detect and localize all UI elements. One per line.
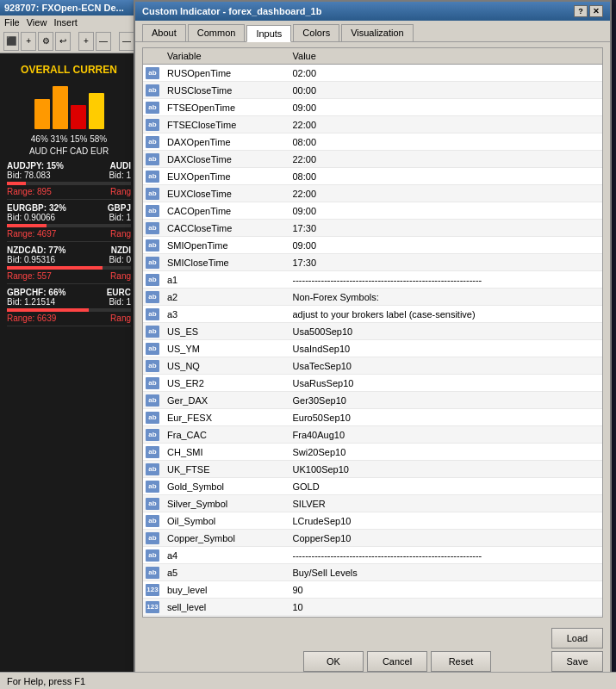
row-icon-cell: ab [143,340,162,357]
overall-currency-label: OVERALL CURREN [7,60,131,81]
inputs-table-container[interactable]: Variable Value abRUSOpenTime02:00abRUSCl… [142,47,603,618]
variable-type-icon: ab [146,222,159,234]
pair-eurgbp-bid-right: Bid: 1 [109,213,131,222]
tab-colors[interactable]: Colors [293,24,339,41]
pair-gbpchf-name: GBPCHF: 66% [7,288,65,297]
terminal-content: OVERALL CURREN 46% 31% 15% 58% AUD CHF C… [0,53,138,337]
toolbar-btn-6[interactable]: — [96,32,111,51]
load-button[interactable]: Load [551,628,603,649]
variable-value-cell[interactable]: UsaIndSep10 [288,340,603,357]
variable-value-cell[interactable]: 22:00 [288,116,603,133]
variable-value-cell[interactable]: ----------------------------------------… [288,547,603,564]
reset-button[interactable]: Reset [431,651,491,672]
variable-value-cell[interactable]: 22:00 [288,185,603,202]
variable-name-cell: a6 [162,616,288,618]
toolbar-btn-5[interactable]: + [78,32,94,51]
variable-value-cell[interactable]: 09:00 [288,202,603,220]
variable-value-cell[interactable]: Swi20Sep10 [288,444,603,461]
variable-name-cell: Fra_CAC [162,426,288,444]
table-row: abGer_DAXGer30Sep10 [143,392,602,409]
variable-type-icon: ab [146,119,159,131]
menu-file[interactable]: File [4,17,20,28]
variable-value-cell[interactable]: 08:00 [288,133,603,151]
variable-type-icon: ab [146,136,159,148]
variable-value-cell[interactable]: UK100Sep10 [288,461,603,478]
variable-value-cell[interactable]: Fra40Aug10 [288,426,603,444]
pair-nzdcad-range-right: Rang [110,271,131,281]
toolbar-btn-4[interactable]: ↩ [55,32,71,51]
variable-type-icon: ab [146,515,159,527]
variable-value-cell[interactable]: Usa500Sep10 [288,323,603,340]
pair-nzdcad-range: Range: 557 [7,271,52,281]
bar-4 [89,93,104,129]
variable-type-icon: ab [146,549,159,562]
save-button[interactable]: Save [551,651,603,672]
variable-type-icon: ab [146,153,159,165]
dialog-close-button[interactable]: ✕ [589,5,603,17]
variable-name-cell: EUXOpenTime [162,168,288,185]
tab-inputs[interactable]: Inputs [246,25,291,42]
row-icon-cell: ab [143,547,162,564]
toolbar-btn-2[interactable]: + [21,32,36,51]
variable-type-icon: ab [146,326,159,338]
variable-value-cell[interactable]: 90 [288,581,603,599]
pair-nzdcad-right: NZDI [111,245,131,255]
variable-value-cell[interactable]: 09:00 [288,99,603,116]
menu-insert[interactable]: Insert [53,17,78,28]
variable-value-cell[interactable]: 09:00 [288,237,603,254]
variable-name-cell: RUSOpenTime [162,65,288,82]
variable-value-cell[interactable]: Buy/Sell Levels [288,564,603,581]
variable-value-cell[interactable]: UsaTecSep10 [288,357,603,375]
dialog-title-buttons: ? ✕ [574,5,603,17]
variable-value-cell[interactable]: SILVER [288,495,603,512]
dialog-body: Variable Value abRUSOpenTime02:00abRUSCl… [135,42,610,623]
toolbar-btn-7[interactable]: — [119,32,134,51]
tab-visualization[interactable]: Visualization [341,24,414,41]
tab-about[interactable]: About [142,24,186,41]
dialog-help-button[interactable]: ? [574,5,588,17]
ok-button[interactable]: OK [303,651,364,672]
menu-view[interactable]: View [27,17,47,28]
variable-value-cell[interactable]: Non-Forex Symbols: [288,289,603,306]
variable-value-cell[interactable]: 10 [288,599,603,616]
pair-audjpy-bid-right: Bid: 1 [109,171,131,180]
variable-value-cell[interactable]: Ger30Sep10 [288,392,603,409]
variable-name-cell: a4 [162,547,288,564]
row-icon-cell: ab [143,392,162,409]
currency-names: AUD CHF CAD EUR [7,146,131,161]
variable-type-icon: ab [146,274,159,286]
row-icon-cell: ab [143,99,162,116]
table-row: abGold_SymbolGOLD [143,478,602,495]
variable-value-cell[interactable]: LCrudeSep10 [288,512,603,530]
variable-value-cell[interactable]: ----------------------------------------… [288,271,603,289]
row-icon-cell: ab [143,444,162,461]
table-row: abEur_FESXEuro50Sep10 [143,409,602,426]
variable-value-cell[interactable]: 22:00 [288,151,603,168]
pair-audjpy-right: AUDI [110,161,131,171]
variable-value-cell[interactable]: 08:00 [288,168,603,185]
pair-audjpy-name: AUDJPY: 15% [7,161,64,171]
toolbar-btn-1[interactable]: ⬛ [3,32,19,51]
row-icon-cell: ab [143,254,162,271]
table-row: abRUSCloseTime00:00 [143,82,602,99]
bar-chart [7,81,131,133]
variable-value-cell[interactable]: 17:30 [288,254,603,271]
cancel-button[interactable]: Cancel [367,651,427,672]
variable-value-cell[interactable]: ----------------------------------------… [288,616,603,618]
variable-value-cell[interactable]: 02:00 [288,65,603,82]
variable-value-cell[interactable]: 17:30 [288,220,603,237]
variable-name-cell: Copper_Symbol [162,530,288,547]
variable-value-cell[interactable]: adjust to your brokers label (case-sensi… [288,306,603,323]
variable-value-cell[interactable]: CopperSep10 [288,530,603,547]
row-icon-cell: ab [143,220,162,237]
variable-name-cell: Ger_DAX [162,392,288,409]
toolbar-btn-3[interactable]: ⚙ [38,32,53,51]
variable-value-cell[interactable]: UsaRusSep10 [288,375,603,392]
variable-value-cell[interactable]: Euro50Sep10 [288,409,603,426]
row-icon-cell: ab [143,375,162,392]
table-row: abRUSOpenTime02:00 [143,65,602,82]
row-icon-cell: 123 [143,581,162,599]
tab-common[interactable]: Common [188,24,246,41]
variable-value-cell[interactable]: 00:00 [288,82,603,99]
variable-value-cell[interactable]: GOLD [288,478,603,495]
